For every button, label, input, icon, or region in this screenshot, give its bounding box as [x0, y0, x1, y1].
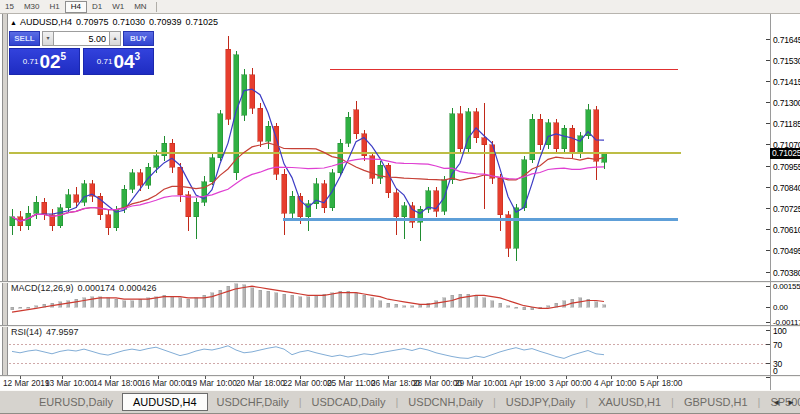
tab-usdchf-daily[interactable]: USDCHF,Daily [208, 394, 298, 410]
tab-eurusd-daily[interactable]: EURUSD,Daily [30, 394, 122, 410]
chart-window: 12 Mar 201913 Mar 10:0014 Mar 18:0016 Ma… [0, 14, 800, 390]
svg-text:12 Mar 2019: 12 Mar 2019 [3, 378, 50, 388]
tab-scroll-right-icon[interactable]: ► [787, 398, 795, 407]
svg-text:4 Apr 10:00: 4 Apr 10:00 [594, 378, 637, 388]
timeframe-button-h4[interactable]: H4 [65, 1, 87, 13]
price-axis-label: 0.70725 [773, 204, 800, 214]
svg-text:20 Mar 18:00: 20 Mar 18:00 [236, 378, 285, 388]
price-axis-label: 0.71300 [773, 98, 800, 108]
tab-separator: | [671, 396, 674, 408]
tab-gbpusd-h1[interactable]: GBPUSD,H1 [675, 394, 757, 410]
timeframe-button-d1[interactable]: D1 [87, 1, 107, 13]
rsi-axis-label: 100 [773, 326, 800, 336]
svg-text:1 Apr 19:00: 1 Apr 19:00 [503, 378, 546, 388]
volume-increase-button[interactable]: ▴ [109, 31, 121, 46]
chart-header: ▲AUDUSD,H40.709750.710300.709390.71025 [10, 17, 222, 27]
timeframe-button-15[interactable]: 15 [0, 1, 19, 13]
ohlc-close: 0.71025 [186, 17, 219, 27]
price-axis-label: 0.70495 [773, 246, 800, 256]
price-axis-label: 0.70840 [773, 183, 800, 193]
svg-text:5 Apr 18:00: 5 Apr 18:00 [640, 378, 683, 388]
tab-separator: | [299, 396, 302, 408]
chart-tabs: EURUSD,DailyAUDUSD,H4USDCHF,Daily|USDCAD… [30, 393, 800, 411]
sell-price-box[interactable]: 0.71 02 5 [9, 48, 80, 75]
svg-text:3 Apr 00:00: 3 Apr 00:00 [549, 378, 592, 388]
collapse-icon[interactable]: ▲ [10, 19, 17, 26]
svg-text:19 Mar 10:00: 19 Mar 10:00 [188, 378, 237, 388]
price-axis-label: 0.71185 [773, 119, 800, 129]
tab-scroll-left-icon[interactable]: ◄ [772, 398, 780, 407]
buy-price-box[interactable]: 0.71 04 3 [83, 48, 154, 75]
price-axis-label: 0.70610 [773, 225, 800, 235]
trade-panel-row: SELL ▾ ▴ BUY [9, 31, 154, 46]
volume-decrease-button[interactable]: ▾ [42, 31, 54, 46]
timeframe-button-m30[interactable]: M30 [19, 1, 45, 13]
price-axis-label: 0.71415 [773, 77, 800, 87]
sell-price-sup: 5 [61, 51, 67, 62]
ohlc-open: 0.70975 [76, 17, 109, 27]
macd-axis-label: 0.00 [773, 303, 800, 312]
toolbar-separator [156, 2, 157, 12]
chart-tab-bar: EURUSD,DailyAUDUSD,H4USDCHF,Daily|USDCAD… [0, 390, 800, 414]
svg-text:14 Mar 18:00: 14 Mar 18:00 [93, 378, 142, 388]
tab-usdcnh-daily[interactable]: USDCNH,Daily [399, 394, 492, 410]
svg-text:29 Mar 10:00: 29 Mar 10:00 [455, 378, 504, 388]
buy-price-prefix: 0.71 [97, 57, 113, 66]
svg-text:13 Mar 10:00: 13 Mar 10:00 [45, 378, 94, 388]
sell-price-big: 02 [39, 52, 60, 71]
timeframe-button-mn[interactable]: MN [129, 1, 151, 13]
price-axis-label: 0.70955 [773, 162, 800, 172]
buy-price-sup: 3 [135, 51, 141, 62]
tab-audusd-h4[interactable]: AUDUSD,H4 [122, 393, 208, 411]
ohlc-low: 0.70939 [149, 17, 182, 27]
rsi-value: 47.9597 [46, 327, 79, 337]
tab-usdjpy-daily[interactable]: USDJPY,Daily [497, 394, 585, 410]
macd-value-2: 0.000426 [119, 283, 157, 293]
sell-button[interactable]: SELL [9, 31, 40, 46]
price-axis-label: 0.71645 [773, 35, 800, 45]
ohlc-high: 0.71030 [113, 17, 146, 27]
price-axis-label: 0.71530 [773, 56, 800, 66]
macd-label: MACD(12,26,9)0.0001740.000426 [11, 283, 161, 293]
svg-text:22 Mar 00:00: 22 Mar 00:00 [283, 378, 332, 388]
svg-text:16 Mar 00:00: 16 Mar 00:00 [141, 378, 190, 388]
one-click-trade-panel: SELL ▾ ▴ BUY 0.71 02 5 0.71 04 3 [9, 31, 154, 75]
chart-symbol: AUDUSD,H4 [20, 17, 72, 27]
price-axis-label: 0.70380 [773, 268, 800, 278]
timeframe-toolbar: 15M30H1H4D1W1MN [0, 0, 800, 14]
mt4-window: 15M30H1H4D1W1MN 12 Mar 201913 Mar 10:001… [0, 0, 800, 414]
buy-button[interactable]: BUY [123, 31, 154, 46]
tab-scroll-arrows: ◄ ► [772, 398, 795, 407]
buy-price-big: 04 [113, 52, 134, 71]
timeframe-button-w1[interactable]: W1 [107, 1, 129, 13]
rsi-axis-label: 0 [773, 366, 800, 376]
rsi-axis-label: 70 [773, 340, 800, 350]
timeframe-button-h1[interactable]: H1 [44, 1, 64, 13]
tab-xauusd-h1[interactable]: XAUUSD,H1 [589, 394, 670, 410]
sell-price-prefix: 0.71 [23, 57, 39, 66]
rsi-label: RSI(14)47.9597 [11, 327, 83, 337]
rsi-name: RSI(14) [11, 327, 42, 337]
current-price-badge: 0.71025 [770, 148, 800, 159]
tab-separator: | [585, 396, 588, 408]
macd-value-1: 0.000174 [78, 283, 116, 293]
tab-usdcad-daily[interactable]: USDCAD,Daily [303, 394, 395, 410]
trade-price-row: 0.71 02 5 0.71 04 3 [9, 48, 154, 75]
volume-input[interactable] [54, 31, 109, 46]
tab-separator: | [396, 396, 399, 408]
svg-text:25 Mar 11:00: 25 Mar 11:00 [327, 378, 376, 388]
macd-axis-label: 0.001555 [773, 282, 800, 291]
tab-separator: | [758, 396, 761, 408]
tab-separator: | [493, 396, 496, 408]
macd-name: MACD(12,26,9) [11, 283, 74, 293]
